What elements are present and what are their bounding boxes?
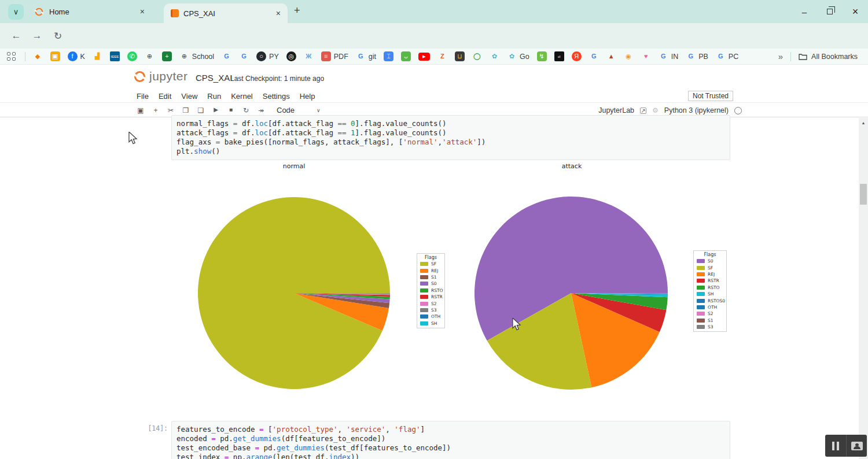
bookmark-cl[interactable]: cl (554, 51, 564, 61)
menu-edit[interactable]: Edit (159, 92, 171, 101)
bookmark-google-pb[interactable]: GPB (686, 51, 708, 61)
pause-recording-button[interactable] (825, 435, 846, 457)
code-cell-input[interactable]: features_to_encode = ['protocol_type', '… (171, 421, 730, 459)
bookmark-heart[interactable]: ♥ (641, 51, 651, 61)
copy-cell-icon[interactable]: ❐ (178, 106, 193, 114)
bookmark-ring[interactable]: ◯ (472, 51, 482, 61)
legend-swatch (420, 308, 428, 312)
webcam-pip-button[interactable] (846, 435, 867, 457)
bookmark-eye[interactable]: ◉ (624, 51, 634, 61)
bookmark-google-pc[interactable]: GPC (716, 51, 738, 61)
tab-cps-xai[interactable]: CPS_XAI × (164, 3, 288, 23)
code-cell-input[interactable]: normal_flags = df.loc[df.attack_flag == … (171, 115, 730, 160)
bookmark-hotel[interactable]: ⌶ (384, 51, 393, 61)
bookmark-flower-go[interactable]: ✿Go (507, 51, 529, 61)
menu-help[interactable]: Help (300, 92, 315, 101)
bookmark-github-py[interactable]: ○PY (256, 51, 279, 61)
tab-title: Home (49, 8, 69, 16)
bookmark-disc[interactable]: ◎ (286, 51, 296, 61)
pie-chart-attack (469, 162, 675, 393)
paste-cell-icon[interactable]: ❏ (193, 106, 208, 114)
tab-home[interactable]: Home × (25, 0, 152, 23)
menu-view[interactable]: View (181, 92, 197, 101)
bookmark-git[interactable]: Ggit (356, 51, 376, 61)
legend-label: RSTR (431, 294, 443, 299)
reload-button[interactable]: ↻ (49, 23, 67, 49)
legend-label: S0 (431, 281, 437, 286)
bookmark-kite[interactable]: ◆ (33, 51, 43, 61)
bookmark-camera[interactable]: ▣ (50, 51, 60, 61)
legend-item: S3 (420, 307, 442, 313)
apps-grid-icon[interactable] (7, 52, 16, 61)
bookmark-z-icon: Z (437, 51, 447, 61)
legend-attack: Flags S0SFREJRSTRRSTOSHRSTOS0OTHS2S1S3 (693, 250, 727, 332)
gear-icon[interactable]: ⚙ (652, 106, 659, 114)
bookmark-youtube[interactable]: ▶ (418, 53, 430, 61)
bookmark-z[interactable]: Z (437, 51, 447, 61)
trust-status-badge[interactable]: Not Trusted (688, 91, 733, 101)
forward-button[interactable]: → (28, 23, 46, 49)
legend-label: SF (708, 265, 713, 271)
scroll-up-arrow[interactable]: ▲ (859, 121, 868, 125)
bookmark-globe[interactable]: ⊕ (145, 51, 155, 61)
interrupt-kernel-icon[interactable]: ■ (223, 106, 238, 114)
bookmark-green-cross[interactable]: + (162, 51, 172, 61)
restore-button[interactable] (817, 0, 843, 23)
tab-close-icon[interactable]: × (140, 7, 145, 16)
menu-kernel[interactable]: Kernel (231, 92, 253, 101)
bookmark-bag-icon: ⊔ (455, 51, 465, 61)
kernel-name[interactable]: Python 3 (ipykernel) (664, 106, 729, 114)
code-line: test_encoded_base = pd.get_dummies(test_… (176, 443, 730, 453)
bookmarks-overflow-button[interactable]: » (778, 51, 783, 61)
back-button[interactable]: ← (7, 23, 25, 49)
bookmark-pdf[interactable]: ≡PDF (321, 51, 348, 61)
new-tab-button[interactable]: + (294, 5, 300, 17)
bookmark-butterfly[interactable]: Ж (304, 51, 314, 61)
add-cell-icon[interactable]: + (148, 106, 163, 114)
run-cell-icon[interactable]: ▶ (208, 106, 223, 114)
bookmark-kite-icon: ◆ (33, 51, 43, 61)
all-bookmarks-button[interactable]: All Bookmarks (799, 53, 858, 61)
bookmark-whatsapp[interactable]: ✆ (127, 51, 137, 61)
notebook-title[interactable]: CPS_XAI (196, 73, 232, 83)
bookmark-flower[interactable]: ✿ (490, 51, 499, 61)
bookmark-analytics[interactable]: ▟ (93, 51, 102, 61)
bookmark-school[interactable]: ⊕School (179, 51, 214, 61)
bookmark-google-1[interactable]: G (222, 51, 231, 61)
jupyterlab-link[interactable]: JupyterLab (598, 106, 634, 114)
menu-file[interactable]: File (137, 92, 149, 101)
mouse-cursor (128, 132, 138, 145)
vertical-scrollbar[interactable]: ▲ (859, 118, 868, 459)
minimize-button[interactable]: – (792, 0, 817, 23)
bookmark-matlab[interactable]: ▲ (606, 51, 616, 61)
bookmark-yandex-icon: Я (572, 51, 582, 61)
bookmark-yandex[interactable]: Я (572, 51, 582, 61)
cell-type-select[interactable]: Code (277, 106, 295, 114)
bookmark-flower-icon: ✿ (490, 51, 499, 61)
bookmark-facebook[interactable]: fK (68, 51, 85, 61)
menu-run[interactable]: Run (207, 92, 221, 101)
scrollbar-thumb[interactable] (860, 184, 867, 205)
restart-run-all-icon[interactable]: ↠ (253, 106, 269, 114)
bookmark-lightning[interactable]: ↯ (537, 51, 547, 61)
restart-kernel-icon[interactable]: ↻ (238, 106, 253, 114)
menu-settings[interactable]: Settings (263, 92, 290, 101)
code-line: features_to_encode = ['protocol_type', '… (176, 425, 730, 434)
bookmark-bag[interactable]: ⊔ (455, 51, 465, 61)
bookmark-pdf-label: PDF (334, 53, 348, 61)
tab-search-button[interactable]: ∨ (8, 4, 24, 20)
close-button[interactable]: × (843, 0, 868, 23)
bookmark-cl-icon: cl (554, 51, 564, 61)
tab-close-icon[interactable]: × (276, 9, 281, 18)
bookmark-android[interactable]: ᴗ (401, 51, 411, 61)
bookmark-google-in[interactable]: GIN (659, 51, 679, 61)
legend-item: RSTR (420, 294, 442, 300)
bookmark-google-3[interactable]: G (589, 51, 599, 61)
notebook-content: normal_flags = df.loc[df.attack_flag == … (0, 118, 868, 459)
bookmark-ieee[interactable]: IEEE (110, 51, 120, 61)
cut-cell-icon[interactable]: ✂ (163, 106, 178, 114)
legend-label: RSTO (431, 288, 443, 293)
bookmark-google-2[interactable]: G (239, 51, 249, 61)
legend-swatch (697, 319, 705, 323)
save-icon[interactable]: ▣ (133, 106, 148, 114)
